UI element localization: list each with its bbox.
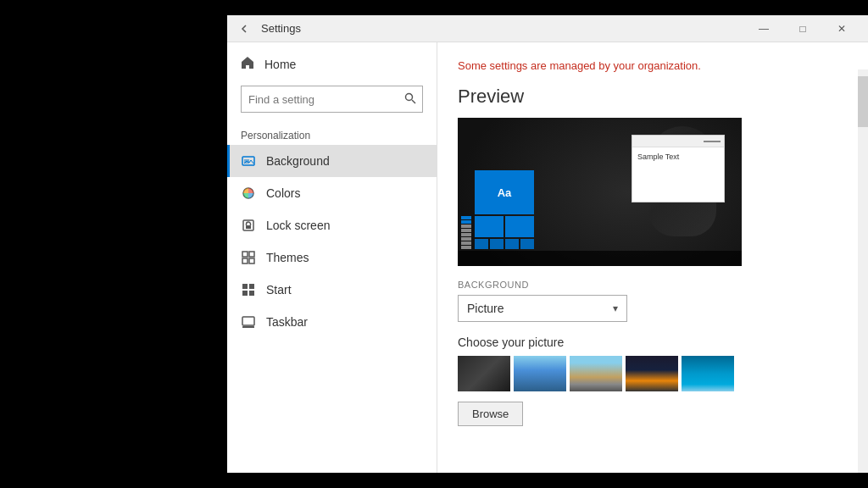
background-section-label: BACKGROUND [458, 280, 848, 290]
lock-screen-icon [241, 218, 256, 233]
preview-window: Sample Text [632, 135, 725, 202]
sidebar-item-home[interactable]: Home [227, 49, 437, 79]
org-notice: Some settings are managed by your organi… [458, 59, 848, 72]
svg-rect-14 [249, 291, 254, 296]
browse-button[interactable]: Browse [458, 402, 523, 426]
sidebar-item-taskbar[interactable]: Taskbar [227, 306, 437, 338]
background-icon [241, 153, 256, 169]
svg-rect-7 [242, 252, 248, 257]
picture-thumb-2[interactable] [514, 356, 566, 391]
colors-icon [241, 186, 256, 201]
sidebar: Home Personalization [227, 42, 437, 473]
search-input[interactable] [242, 90, 398, 109]
main-content: Some settings are managed by your organi… [437, 42, 868, 473]
window-content: Home Personalization [227, 42, 868, 473]
dropdown-arrow: ▾ [613, 302, 618, 314]
preview-small-tiles [475, 216, 534, 237]
scrollbar[interactable] [858, 69, 868, 473]
maximize-button[interactable]: □ [783, 15, 822, 42]
svg-rect-16 [242, 326, 254, 328]
home-label: Home [264, 58, 296, 71]
sidebar-item-background[interactable]: Background [227, 145, 437, 177]
start-label: Start [266, 283, 292, 297]
svg-line-1 [412, 100, 415, 103]
picture-thumb-4[interactable] [626, 356, 678, 391]
svg-rect-15 [242, 317, 254, 325]
svg-point-0 [406, 93, 413, 100]
themes-label: Themes [266, 251, 309, 264]
picture-thumb-1[interactable] [458, 356, 510, 391]
minimize-button[interactable]: — [744, 15, 783, 42]
taskbar-label: Taskbar [266, 315, 308, 329]
sidebar-item-themes[interactable]: Themes [227, 241, 437, 274]
search-icon [398, 92, 423, 107]
lock-screen-label: Lock screen [266, 219, 330, 232]
settings-window: Settings — □ ✕ Home [227, 15, 868, 473]
preview-title: Preview [458, 86, 848, 108]
sidebar-item-colors[interactable]: Colors [227, 177, 437, 209]
preview-taskbar [458, 251, 742, 266]
preview-tiny-tiles [475, 239, 534, 249]
svg-rect-10 [249, 258, 254, 263]
preview-tiles: Aa [475, 170, 534, 249]
background-dropdown[interactable]: Picture ▾ [458, 295, 627, 322]
back-button[interactable] [234, 19, 254, 39]
svg-rect-6 [246, 225, 251, 229]
preview-window-content: Sample Text [632, 147, 724, 166]
dropdown-value: Picture [467, 302, 504, 315]
choose-label: Choose your picture [458, 336, 848, 349]
preview-left-bars [461, 216, 471, 249]
preview-window-titlebar [632, 136, 724, 147]
sidebar-item-start[interactable]: Start [227, 274, 437, 306]
title-bar: Settings — □ ✕ [227, 15, 868, 42]
background-label: Background [266, 154, 330, 168]
preview-tile-aa: Aa [475, 170, 534, 214]
preview-box: Aa [458, 118, 742, 266]
personalization-section-label: Personalization [227, 119, 437, 145]
sidebar-item-lock-screen[interactable]: Lock screen [227, 209, 437, 241]
start-icon [241, 282, 256, 297]
svg-rect-13 [242, 291, 248, 296]
colors-label: Colors [266, 186, 300, 200]
search-box[interactable] [241, 86, 423, 113]
picture-thumb-5[interactable] [682, 356, 734, 391]
svg-rect-11 [242, 284, 248, 289]
home-icon [241, 56, 254, 72]
window-controls: — □ ✕ [744, 15, 861, 42]
scrollbar-thumb[interactable] [858, 76, 868, 127]
window-title: Settings [261, 22, 744, 35]
picture-thumb-3[interactable] [570, 356, 622, 391]
close-button[interactable]: ✕ [822, 15, 861, 42]
svg-rect-9 [242, 258, 248, 263]
picture-row [458, 356, 848, 391]
taskbar-icon [241, 314, 256, 330]
preview-section: Preview [458, 86, 848, 426]
svg-rect-12 [249, 284, 254, 289]
themes-icon [241, 250, 256, 265]
svg-rect-8 [249, 252, 254, 257]
